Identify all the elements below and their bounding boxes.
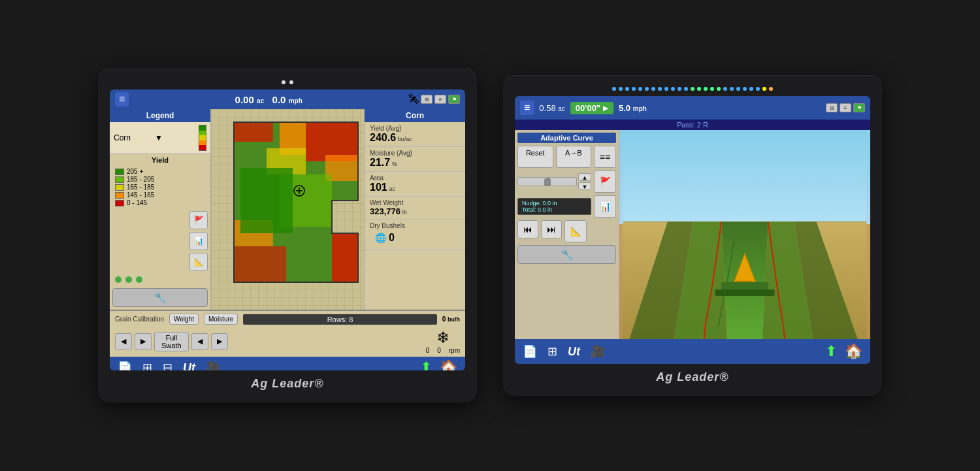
led-12 [684, 87, 688, 91]
s2-nav-skip-fwd[interactable]: ⏭ [541, 220, 562, 238]
s2-left-panel: Adaptive Curve Reset A→B ≡≡ [515, 130, 619, 339]
s2-ab-btn[interactable]: A→B [556, 146, 592, 168]
s1-area-unit: ac [389, 186, 395, 192]
s1-rpm2: 0 [437, 347, 441, 354]
led-23 [756, 87, 760, 91]
s1-left-icons: 🚩 📊 📐 [110, 208, 210, 274]
s2-nudge-box: Nudge: 0.0 in Total: 0.0 in [517, 198, 591, 215]
ruler-btn[interactable]: 📐 [189, 253, 208, 271]
s1-nav-right1[interactable]: ▶ [135, 333, 152, 350]
s1-rpm1: 0 [426, 347, 430, 354]
s1-stat-wet-weight: Wet Weight 323,776 lb [365, 197, 465, 219]
s2-nudge-side-row: ▲ ▼ 🚩 [517, 171, 616, 193]
s1-crop-select[interactable]: Corn ▼ [110, 122, 210, 154]
s1-menu-btn[interactable]: ≡ [115, 92, 129, 106]
s1-footer-ut[interactable]: Ut [183, 361, 195, 371]
s1-footer-grid1[interactable]: ⊞ [142, 361, 152, 370]
led-22 [749, 87, 753, 91]
s2-menu-btn[interactable]: ≡ [520, 101, 534, 115]
s1-yield-value: 240.6 [370, 132, 396, 143]
s1-bottom: Grain Calibration Weight Moisture Rows: … [110, 310, 465, 357]
s2-ruler-side-icon[interactable]: 📐 [564, 220, 587, 242]
legend-label-3: 145 - 165 [127, 191, 154, 199]
legend-label-1: 185 - 205 [127, 176, 154, 183]
s2-grid-icon: ⊞ [826, 103, 838, 112]
legend-label-2: 165 - 185 [127, 184, 154, 191]
s1-legend-header: Legend [110, 109, 210, 122]
s1-moisture-label: Moisture (Avg) [370, 150, 460, 157]
s1-stat-area: Area 101 ac [365, 172, 465, 197]
s1-header-title: 0.00 ac 0.0 mph [134, 94, 403, 105]
satellite-icon: 🛰 [408, 93, 419, 105]
led-14 [697, 87, 701, 91]
svg-rect-3 [234, 122, 273, 142]
s2-nav-skip-back[interactable]: ⏮ [517, 220, 538, 238]
settings-icon: ≡ [434, 95, 446, 104]
s1-nav-left1[interactable]: ◀ [115, 333, 132, 350]
device1-screen: ≡ 0.00 ac 0.0 mph 🛰 ⊞ ≡ ⚑ [110, 89, 465, 370]
led-6 [645, 87, 649, 91]
s1-footer-grid2[interactable]: ⊟ [163, 361, 172, 370]
device2-tablet: ≡ 0.58 ac 00'00" ▶ 5.0 mph ⊞ [503, 75, 882, 396]
s1-wrench-btn[interactable]: 🔧 [112, 288, 208, 307]
led-2 [619, 87, 623, 91]
led-25 [769, 87, 773, 91]
s1-weight-btn[interactable]: Weight [169, 314, 199, 325]
svg-rect-27 [715, 289, 774, 296]
s2-body: Adaptive Curve Reset A→B ≡≡ [515, 130, 870, 339]
legend-item-0: 205 + [115, 168, 205, 175]
led-7 [651, 87, 655, 91]
svg-rect-11 [240, 168, 293, 233]
s2-flag-side-icon[interactable]: 🚩 [594, 171, 616, 193]
s2-wrench-btn[interactable]: 🔧 [517, 245, 616, 264]
s1-footer: 📄 ⊞ ⊟ Ut 🎥 ⬆ 🏠 [110, 357, 465, 370]
legend-color-1 [115, 176, 124, 183]
legend-color-4 [115, 200, 124, 206]
s1-footer-video[interactable]: 🎥 [206, 361, 220, 370]
s2-nudge-label: Nudge: 0.0 in [522, 200, 587, 206]
s1-stat-moisture: Moisture (Avg) 21.7 % [365, 147, 465, 172]
s1-footer-house[interactable]: 🏠 [440, 359, 457, 370]
led-4 [632, 87, 636, 91]
s1-nav-left2[interactable]: ◀ [191, 333, 208, 350]
led-18 [723, 87, 727, 91]
flag-btn[interactable]: 🚩 [189, 211, 208, 229]
s2-footer-doc[interactable]: 📄 [523, 344, 537, 359]
device1-brand: Ag Leader® [110, 377, 465, 391]
s1-acreage: 0.00 [235, 94, 254, 105]
s1-nav-right2[interactable]: ▶ [211, 333, 228, 350]
s1-rows-bar: Rows: 8 [243, 314, 436, 325]
chart-btn[interactable]: 📊 [189, 232, 208, 250]
s1-full-swath-btn[interactable]: Full Swath [154, 332, 189, 351]
s2-footer-arrow[interactable]: ⬆ [825, 343, 837, 360]
s1-area-label: Area [370, 174, 460, 182]
s2-nudge-total-row: Nudge: 0.0 in Total: 0.0 in 📊 [517, 195, 616, 218]
s2-footer-house[interactable]: 🏠 [845, 343, 862, 360]
s2-footer-ut[interactable]: Ut [568, 345, 580, 359]
led-20 [736, 87, 740, 91]
svg-rect-5 [234, 246, 286, 282]
led-13 [691, 87, 694, 91]
s1-speed: 0.0 [272, 94, 286, 105]
device1-top-dots [110, 80, 465, 84]
legend-color-3 [115, 192, 124, 199]
s1-yield-title: Yield [110, 154, 210, 166]
legend-item-4: 0 - 145 [115, 199, 205, 206]
s1-map-area [211, 109, 364, 310]
s1-body: Legend Corn ▼ [110, 109, 465, 310]
s1-stat-dry-bushels: Dry Bushels 🌐 0 [365, 219, 465, 250]
s2-footer-grid[interactable]: ⊞ [547, 344, 557, 359]
s1-footer-arrow[interactable]: ⬆ [420, 359, 432, 370]
dot2 [289, 80, 293, 84]
s1-moisture-btn[interactable]: Moisture [204, 314, 238, 325]
s2-chart-side-icon[interactable]: 📊 [594, 195, 616, 218]
s1-db-label: Dry Bushels [370, 222, 460, 229]
s2-side-icon1[interactable]: ≡≡ [594, 146, 616, 168]
flag-icon: ⚑ [448, 95, 460, 104]
s2-footer-video[interactable]: 🎥 [591, 344, 605, 359]
s1-footer-doc[interactable]: 📄 [118, 361, 132, 370]
legend-item-3: 145 - 165 [115, 191, 205, 199]
legend-item-1: 185 - 205 [115, 176, 205, 183]
s2-reset-btn[interactable]: Reset [517, 146, 553, 168]
led-17 [717, 87, 721, 91]
